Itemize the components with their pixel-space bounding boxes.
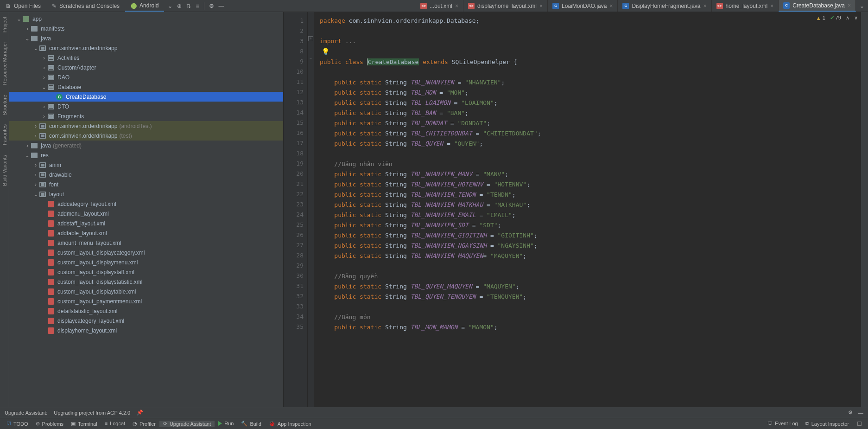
expand-arrow-icon[interactable]: › <box>32 181 39 188</box>
close-icon[interactable]: × <box>539 3 543 9</box>
expand-arrow-icon[interactable]: ⌄ <box>16 16 22 22</box>
bottom-tool-button[interactable]: ◔Profiler <box>129 421 159 427</box>
tree-node[interactable]: ›com.sinhvien.orderdrinkapp(androidTest) <box>9 121 283 131</box>
tree-node[interactable]: custom_layout_displaystatistic.xml <box>9 277 283 287</box>
expand-arrow-icon[interactable] <box>41 240 47 246</box>
tree-node[interactable]: ›DAO <box>9 72 283 82</box>
filter-icon[interactable]: ≡ <box>196 3 199 9</box>
close-icon[interactable]: × <box>703 3 707 9</box>
warnings-count[interactable]: 1 <box>816 15 825 21</box>
side-tool-button[interactable]: Build Variants <box>2 150 7 191</box>
fold-toggle-icon[interactable]: − <box>308 57 313 62</box>
status-indicator-icon[interactable] <box>857 422 862 426</box>
tree-node[interactable]: displayhome_layout.xml <box>9 326 283 335</box>
bottom-tool-button[interactable]: ⊘Problems <box>32 421 67 427</box>
next-highlight-icon[interactable]: ∨ <box>854 15 858 21</box>
tree-node[interactable]: ›CustomAdapter <box>9 63 283 72</box>
bottom-tool-button[interactable]: 🔨Build <box>237 421 265 427</box>
side-tool-button[interactable]: Resource Manager <box>2 37 7 90</box>
tree-node[interactable]: ›font <box>9 179 283 189</box>
bottom-tool-button[interactable]: ≡Logcat <box>101 421 129 426</box>
expand-arrow-icon[interactable]: › <box>41 55 47 61</box>
expand-arrow-icon[interactable] <box>41 308 47 314</box>
tree-node[interactable]: custom_layout_displaymenu.xml <box>9 257 283 267</box>
pin-icon[interactable]: 📌 <box>137 410 143 416</box>
gear-icon[interactable]: ⚙ <box>848 410 853 416</box>
expand-arrow-icon[interactable]: › <box>41 113 47 120</box>
collapse-icon[interactable]: — <box>858 410 863 416</box>
bottom-tool-button[interactable]: ⧉Layout Inspector <box>802 421 853 427</box>
tree-node[interactable]: amount_menu_layout.xml <box>9 238 283 248</box>
intention-bulb-icon[interactable]: 💡 <box>322 48 329 55</box>
tree-node[interactable]: custom_layout_paymentmenu.xml <box>9 296 283 306</box>
tree-node[interactable]: custom_layout_displaycategory.xml <box>9 248 283 257</box>
expand-arrow-icon[interactable] <box>41 288 47 295</box>
expand-arrow-icon[interactable]: › <box>32 172 39 178</box>
project-mode-tab[interactable]: ⬤Android <box>125 0 164 12</box>
editor-content[interactable]: package com.sinhvien.orderdrinkapp.Datab… <box>314 12 861 407</box>
project-mode-tab[interactable]: ✎Scratches and Consoles <box>46 0 125 12</box>
weak-warnings-count[interactable]: 79 <box>830 15 841 21</box>
editor-tab[interactable]: CCreateDatabase.java× <box>779 0 856 12</box>
tree-node[interactable]: ›Fragments <box>9 111 283 121</box>
project-tree[interactable]: ⌄app›manifests⌄java⌄com.sinhvien.orderdr… <box>9 12 283 407</box>
expand-arrow-icon[interactable]: › <box>24 142 31 149</box>
target-icon[interactable]: ⊕ <box>177 3 182 9</box>
inspection-summary[interactable]: 1 79 ∧ ∨ <box>816 15 858 21</box>
project-mode-tab[interactable]: 🗎Open Files <box>0 0 46 12</box>
prev-highlight-icon[interactable]: ∧ <box>846 15 849 21</box>
tree-node[interactable]: addcategory_layout.xml <box>9 199 283 209</box>
tree-node[interactable]: ⌄app <box>9 14 283 24</box>
editor-tab[interactable]: CDisplayHomeFragment.java× <box>618 0 711 12</box>
tree-node[interactable]: ›manifests <box>9 24 283 33</box>
tree-node[interactable]: addtable_layout.xml <box>9 228 283 238</box>
expand-arrow-icon[interactable]: › <box>24 26 31 32</box>
bottom-tool-button[interactable]: Run <box>215 421 237 426</box>
expand-arrow-icon[interactable] <box>41 318 47 324</box>
chevron-down-icon[interactable]: ⌄ <box>860 3 864 9</box>
editor-marker-bar[interactable] <box>861 12 868 407</box>
gear-icon[interactable]: ⚙ <box>209 3 214 9</box>
expand-arrow-icon[interactable] <box>41 259 47 266</box>
expand-arrow-icon[interactable]: ⌄ <box>24 152 31 159</box>
tree-node[interactable]: ›anim <box>9 160 283 170</box>
expand-arrow-icon[interactable]: ⌄ <box>32 45 39 51</box>
expand-arrow-icon[interactable] <box>41 279 47 285</box>
side-tool-button[interactable]: Structure <box>2 90 7 120</box>
editor-tab[interactable]: <>...out.xml× <box>416 0 463 12</box>
tree-node[interactable]: CCreateDatabase <box>9 92 283 102</box>
tree-node[interactable]: displaycategory_layout.xml <box>9 316 283 326</box>
tree-node[interactable]: ›com.sinhvien.orderdrinkapp(test) <box>9 131 283 141</box>
expand-arrow-icon[interactable]: › <box>41 74 47 81</box>
expand-arrow-icon[interactable] <box>41 298 47 305</box>
expand-arrow-icon[interactable] <box>41 230 47 237</box>
tree-node[interactable]: ⌄layout <box>9 189 283 199</box>
fold-gutter[interactable]: + − <box>308 12 314 407</box>
bottom-tool-button[interactable]: ☑TODO <box>3 421 32 427</box>
expand-arrow-icon[interactable] <box>41 327 47 334</box>
tree-node[interactable]: custom_layout_displaystaff.xml <box>9 267 283 277</box>
expand-arrow-icon[interactable]: ⌄ <box>24 35 31 42</box>
tree-node[interactable]: ⌄com.sinhvien.orderdrinkapp <box>9 43 283 53</box>
tree-node[interactable]: ⌄Database <box>9 82 283 92</box>
expand-arrow-icon[interactable] <box>41 269 47 275</box>
bottom-tool-button[interactable]: ⟳Upgrade Assistant <box>159 421 215 427</box>
tree-node[interactable]: ›drawable <box>9 170 283 179</box>
expand-arrow-icon[interactable] <box>41 220 47 227</box>
expand-arrow-icon[interactable]: ⌄ <box>41 84 47 90</box>
tree-node[interactable]: ⌄java <box>9 33 283 43</box>
editor-tab[interactable]: <>home_layout.xml× <box>712 0 779 12</box>
code-editor[interactable]: 1238910111213141516171819202122232425262… <box>284 12 868 407</box>
side-tool-button[interactable]: Favorites <box>2 120 7 150</box>
bottom-tool-button[interactable]: ▣Terminal <box>67 421 101 427</box>
expand-arrow-icon[interactable] <box>49 94 56 100</box>
tree-node[interactable]: ›java(generated) <box>9 141 283 150</box>
chevron-down-icon[interactable]: ⌄ <box>168 3 172 9</box>
collapse-icon[interactable]: — <box>219 3 224 9</box>
fold-toggle-icon[interactable]: + <box>308 36 313 41</box>
tree-node[interactable]: ⌄res <box>9 150 283 160</box>
expand-arrow-icon[interactable] <box>41 250 47 256</box>
expand-arrow-icon[interactable]: ⌄ <box>32 191 39 198</box>
tree-node[interactable]: detailstatistic_layout.xml <box>9 306 283 316</box>
close-icon[interactable]: × <box>770 3 773 9</box>
